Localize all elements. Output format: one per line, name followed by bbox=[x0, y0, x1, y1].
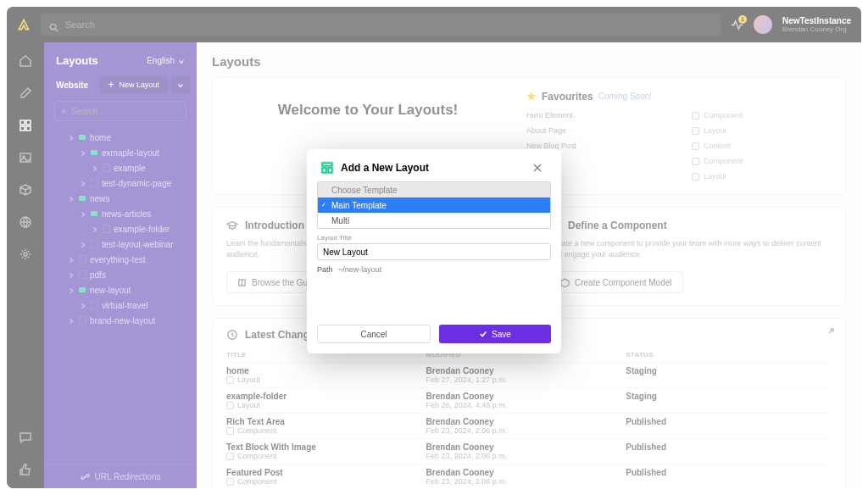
dropdown-option-multi[interactable]: Multi bbox=[318, 213, 550, 228]
svg-rect-15 bbox=[328, 168, 332, 173]
cancel-button[interactable]: Cancel bbox=[317, 325, 431, 343]
modal-title: Add a New Layout bbox=[341, 162, 526, 174]
field-label: Layout Title bbox=[317, 234, 551, 242]
svg-rect-14 bbox=[322, 168, 326, 173]
path-label: Path bbox=[317, 265, 333, 274]
layout-title-input[interactable] bbox=[317, 243, 551, 260]
layout-icon bbox=[320, 161, 334, 175]
path-value: ~/new-layout bbox=[338, 265, 381, 274]
close-icon[interactable] bbox=[532, 163, 542, 173]
svg-rect-13 bbox=[322, 163, 331, 165]
dropdown-placeholder[interactable]: Choose Template bbox=[318, 182, 550, 197]
template-dropdown[interactable]: Choose Template Main Template Multi bbox=[317, 181, 551, 229]
modal-overlay[interactable]: Add a New Layout Choose Template Main Te… bbox=[7, 7, 861, 488]
add-layout-modal: Add a New Layout Choose Template Main Te… bbox=[307, 149, 561, 353]
save-button[interactable]: Save bbox=[439, 325, 551, 343]
check-icon bbox=[479, 330, 487, 338]
dropdown-option-main[interactable]: Main Template bbox=[318, 197, 550, 213]
